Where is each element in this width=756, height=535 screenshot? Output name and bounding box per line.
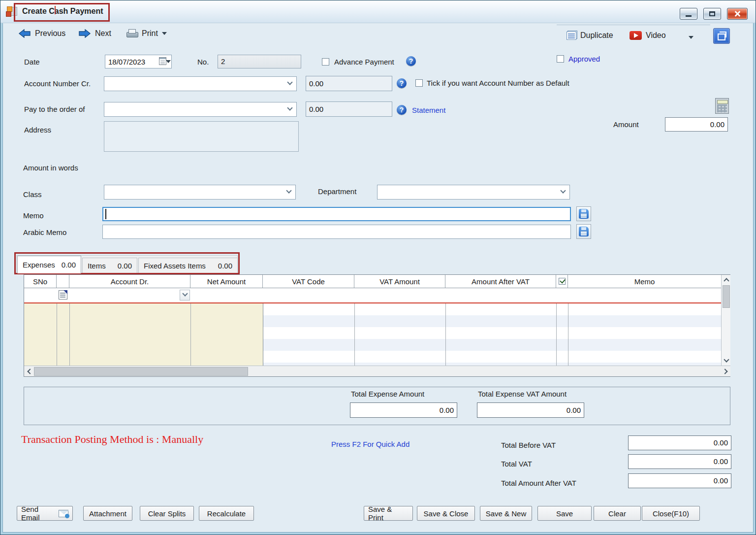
total-amount-after-vat-input: 0.00 (628, 473, 731, 488)
account-default-label: Tick if you want Account Number as Defau… (427, 79, 569, 87)
calendar-icon[interactable] (159, 57, 166, 65)
next-label: Next (95, 29, 111, 38)
previous-button[interactable]: Previous (18, 29, 65, 38)
save-and-print-button[interactable]: Save & Print (364, 506, 413, 521)
date-label: Date (24, 58, 40, 66)
total-before-vat-value: 0.00 (631, 436, 728, 450)
maximize-icon (709, 11, 715, 16)
tab-fixed-assets-items[interactable]: Fixed Assets Items 0.00 (138, 258, 238, 273)
account-dr-dropdown[interactable] (180, 290, 190, 301)
amount-input[interactable]: 0.00 (665, 117, 728, 132)
account-number-cr-combo[interactable] (104, 76, 297, 91)
video-label: Video (646, 31, 666, 40)
minimize-button[interactable] (680, 8, 697, 20)
next-button[interactable]: Next (78, 29, 111, 38)
total-amount-after-vat-value: 0.00 (631, 474, 728, 488)
amount-in-words-label: Amount in words (23, 164, 78, 172)
grid-entry-row[interactable] (24, 288, 721, 302)
total-expense-vat-input: 0.00 (477, 402, 584, 418)
duplicate-button[interactable]: Duplicate (567, 31, 613, 40)
vertical-scroll-thumb[interactable] (723, 285, 730, 308)
chevron-down-icon (182, 291, 188, 296)
tab-expenses[interactable]: Expenses 0.00 (17, 256, 81, 273)
clear-button[interactable]: Clear (594, 506, 641, 521)
arrow-left-icon (18, 29, 31, 38)
popout-window-button[interactable] (713, 28, 730, 44)
total-expense-vat-label: Total Expense VAT Amount (478, 390, 567, 398)
quick-add-hint: Press F2 For Quick Add (331, 440, 410, 448)
scroll-down-button[interactable] (722, 356, 731, 365)
tab-expenses-label: Expenses (23, 261, 55, 269)
amount-value: 0.00 (668, 118, 724, 131)
scroll-up-button[interactable] (722, 275, 731, 284)
statement-link[interactable]: Statement (412, 106, 445, 114)
address-textarea[interactable] (104, 121, 299, 152)
attachment-button[interactable]: Attachment (83, 506, 132, 521)
account-number-help-icon[interactable]: ? (397, 78, 407, 88)
no-input: 2 (218, 55, 301, 68)
account-default-checkbox[interactable] (415, 79, 423, 87)
department-combo[interactable] (377, 185, 570, 200)
save-button[interactable]: Save (537, 506, 592, 521)
scroll-right-button[interactable] (721, 367, 730, 376)
previous-label: Previous (35, 29, 65, 38)
save-and-close-button[interactable]: Save & Close (417, 506, 475, 521)
scroll-left-button[interactable] (24, 367, 33, 376)
save-and-new-button[interactable]: Save & New (480, 506, 532, 521)
memo-label: Memo (23, 211, 44, 220)
pay-to-combo[interactable] (104, 102, 297, 117)
save-disk-icon (579, 227, 589, 236)
memo-save-button[interactable] (576, 206, 591, 221)
total-expense-amount-label: Total Expense Amount (351, 390, 424, 398)
chevron-right-icon (722, 368, 727, 374)
tab-expenses-amount: 0.00 (62, 261, 76, 269)
total-expense-vat-value: 0.00 (480, 403, 581, 417)
send-email-label: Send Email (21, 505, 56, 522)
tab-items[interactable]: Items 0.00 (82, 258, 137, 273)
video-button[interactable]: Video (630, 31, 666, 40)
advance-payment-checkbox[interactable] (322, 58, 329, 66)
column-header-sno: SNo (24, 275, 57, 288)
date-value: 18/07/2023 (108, 58, 145, 66)
arabic-memo-save-button[interactable] (576, 224, 591, 239)
close-button[interactable] (727, 8, 748, 20)
tab-fixed-assets-amount: 0.00 (218, 262, 232, 270)
class-combo[interactable] (104, 185, 296, 200)
arabic-memo-label: Arabic Memo (23, 228, 66, 236)
date-dropdown-icon[interactable] (166, 60, 171, 63)
arabic-memo-input[interactable] (102, 225, 571, 239)
advance-payment-help-icon[interactable]: ? (406, 56, 416, 66)
statement-help-icon[interactable]: ? (397, 105, 407, 115)
pay-to-amount-value: 0.00 (309, 105, 323, 113)
print-button[interactable]: Print (126, 29, 167, 38)
account-picker-icon[interactable] (59, 290, 67, 300)
create-cash-payment-window: Create Cash Payment Previous Next Print … (0, 0, 756, 535)
column-header-vat-amount: VAT Amount (354, 275, 445, 288)
horizontal-scroll-thumb[interactable] (34, 367, 248, 376)
close-icon (734, 10, 741, 17)
print-dropdown-icon[interactable] (162, 32, 167, 35)
chevron-down-icon (286, 188, 291, 193)
maximize-button[interactable] (703, 8, 721, 20)
video-dropdown-icon[interactable] (689, 36, 693, 39)
clear-splits-button[interactable]: Clear Splits (140, 506, 194, 521)
column-header-amount-after-vat: Amount After VAT (445, 275, 556, 288)
save-disk-icon (579, 209, 589, 219)
approved-label[interactable]: Approved (568, 55, 600, 63)
pay-to-amount: 0.00 (306, 101, 392, 117)
class-label: Class (23, 190, 42, 199)
column-header-picker (57, 275, 69, 288)
department-label: Department (318, 187, 356, 196)
send-email-button[interactable]: Send Email (17, 506, 73, 521)
horizontal-scrollbar[interactable] (24, 366, 730, 376)
approved-checkbox[interactable] (557, 55, 564, 63)
select-all-checkbox[interactable] (559, 278, 566, 285)
grid-header: SNo Account Dr. Net Amount VAT Code VAT … (24, 275, 721, 288)
memo-input[interactable] (102, 207, 571, 221)
close-f10-button[interactable]: Close(F10) (642, 506, 700, 521)
calculator-icon[interactable] (715, 98, 729, 114)
grid-body[interactable] (24, 303, 721, 366)
expenses-grid: SNo Account Dr. Net Amount VAT Code VAT … (24, 274, 730, 377)
vertical-scrollbar[interactable] (721, 275, 730, 366)
recalculate-button[interactable]: Recalculate (199, 506, 254, 521)
